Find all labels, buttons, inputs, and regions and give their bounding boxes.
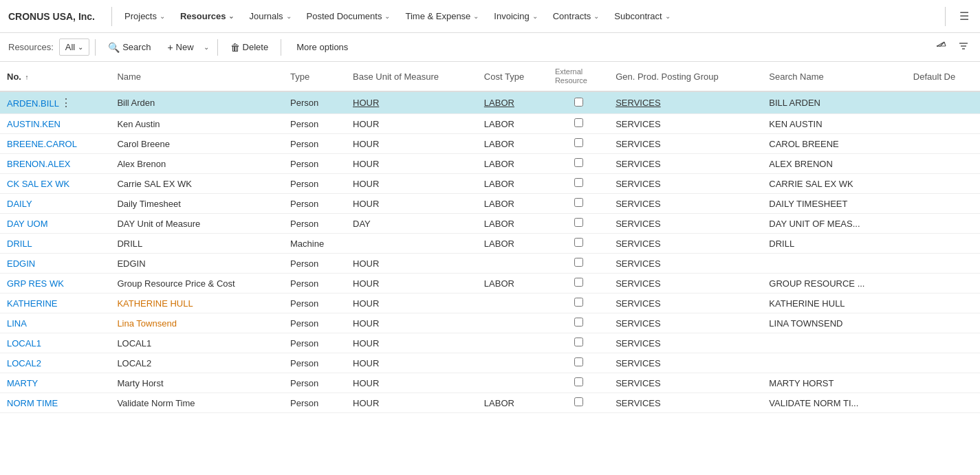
table-row[interactable]: LOCAL1LOCAL1PersonHOURSERVICES (0, 333, 980, 353)
external-resource-checkbox[interactable] (574, 198, 583, 207)
external-resource-checkbox[interactable] (574, 178, 583, 187)
filter-all-button[interactable]: All ⌄ (59, 38, 89, 56)
col-header-cost-type[interactable]: Cost Type (477, 62, 548, 91)
resource-no-link[interactable]: AUSTIN.KEN (7, 119, 61, 129)
external-resource-checkbox[interactable] (574, 377, 583, 386)
table-row[interactable]: ARDEN.BILL⋮Bill ArdenPersonHOURLABORSERV… (0, 91, 980, 114)
nav-item-subcontract[interactable]: Subcontract ⌄ (607, 7, 677, 25)
cell-external-resource[interactable] (548, 114, 609, 134)
nav-item-projects[interactable]: Projects ⌄ (118, 7, 172, 25)
cell-external-resource[interactable] (548, 194, 609, 214)
cell-no[interactable]: EDGIN (0, 254, 110, 274)
resource-no-link[interactable]: LOCAL2 (7, 358, 41, 368)
cell-no[interactable]: LINA (0, 313, 110, 333)
resource-no-link[interactable]: DAILY (7, 199, 32, 209)
resource-no-link[interactable]: KATHERINE (7, 298, 57, 309)
row-context-menu-icon[interactable]: ⋮ (59, 97, 73, 109)
external-resource-checkbox[interactable] (574, 98, 583, 107)
table-row[interactable]: DAILYDaily TimesheetPersonHOURLABORSERVI… (0, 194, 980, 214)
cell-external-resource[interactable] (548, 254, 609, 274)
table-row[interactable]: BREENE.CAROLCarol BreenePersonHOURLABORS… (0, 134, 980, 154)
cell-external-resource[interactable] (548, 333, 609, 353)
table-row[interactable]: DRILLDRILLMachineLABORSERVICESDRILL (0, 234, 980, 254)
table-row[interactable]: NORM TIMEValidate Norm TimePersonHOURLAB… (0, 393, 980, 413)
cell-no[interactable]: LOCAL2 (0, 353, 110, 373)
filter-button[interactable] (955, 38, 972, 57)
col-header-default-de[interactable]: Default De (906, 62, 980, 91)
search-button[interactable]: 🔍 Search (101, 39, 157, 56)
share-button[interactable] (933, 38, 950, 57)
table-row[interactable]: MARTYMarty HorstPersonHOURSERVICESMARTY … (0, 373, 980, 393)
resource-no-link[interactable]: DRILL (7, 239, 32, 249)
cell-no[interactable]: LOCAL1 (0, 333, 110, 353)
table-row[interactable]: BRENON.ALEXAlex BrenonPersonHOURLABORSER… (0, 154, 980, 174)
new-button[interactable]: + New (160, 39, 200, 56)
more-options-button[interactable]: More options (290, 39, 355, 55)
delete-button[interactable]: 🗑 Delete (224, 39, 276, 56)
cell-external-resource[interactable] (548, 313, 609, 333)
resource-no-link[interactable]: CK SAL EX WK (7, 179, 69, 189)
external-resource-checkbox[interactable] (574, 118, 583, 127)
nav-item-time-expense[interactable]: Time & Expense ⌄ (398, 7, 486, 25)
external-resource-checkbox[interactable] (574, 138, 583, 147)
cell-external-resource[interactable] (548, 234, 609, 254)
cell-no[interactable]: MARTY (0, 373, 110, 393)
resource-no-link[interactable]: NORM TIME (7, 398, 58, 408)
cell-no[interactable]: GRP RES WK (0, 274, 110, 294)
table-row[interactable]: LOCAL2LOCAL2PersonHOURSERVICES (0, 353, 980, 373)
table-row[interactable]: CK SAL EX WKCarrie SAL EX WKPersonHOURLA… (0, 174, 980, 194)
col-header-external-resource[interactable]: ExternalResource (548, 62, 609, 91)
nav-item-invoicing[interactable]: Invoicing ⌄ (487, 7, 544, 25)
cell-no[interactable]: ARDEN.BILL⋮ (0, 91, 110, 114)
col-header-search-name[interactable]: Search Name (762, 62, 906, 91)
col-header-gen-prod-posting[interactable]: Gen. Prod. Posting Group (609, 62, 762, 91)
cell-external-resource[interactable] (548, 353, 609, 373)
table-row[interactable]: AUSTIN.KENKen AustinPersonHOURLABORSERVI… (0, 114, 980, 134)
external-resource-checkbox[interactable] (574, 397, 583, 406)
resource-no-link[interactable]: ARDEN.BILL (7, 98, 59, 109)
col-header-type[interactable]: Type (283, 62, 346, 91)
col-header-name[interactable]: Name (110, 62, 283, 91)
cell-external-resource[interactable] (548, 134, 609, 154)
table-row[interactable]: EDGINEDGINPersonHOURSERVICES (0, 254, 980, 274)
table-row[interactable]: DAY UOMDAY Unit of MeasurePersonDAYLABOR… (0, 214, 980, 234)
external-resource-checkbox[interactable] (574, 318, 583, 327)
external-resource-checkbox[interactable] (574, 338, 583, 346)
cell-external-resource[interactable] (548, 373, 609, 393)
resource-no-link[interactable]: GRP RES WK (7, 278, 64, 289)
table-row[interactable]: GRP RES WKGroup Resource Price & CostPer… (0, 274, 980, 294)
cell-no[interactable]: CK SAL EX WK (0, 174, 110, 194)
cell-no[interactable]: DAILY (0, 194, 110, 214)
cell-no[interactable]: DRILL (0, 234, 110, 254)
resource-no-link[interactable]: DAY UOM (7, 219, 47, 229)
nav-item-posted-documents[interactable]: Posted Documents ⌄ (300, 7, 398, 25)
nav-item-resources[interactable]: Resources ⌄ (173, 7, 241, 25)
external-resource-checkbox[interactable] (574, 238, 583, 247)
cell-external-resource[interactable] (548, 393, 609, 413)
resource-no-link[interactable]: LINA (7, 318, 27, 329)
external-resource-checkbox[interactable] (574, 278, 583, 287)
cell-no[interactable]: NORM TIME (0, 393, 110, 413)
cell-external-resource[interactable] (548, 274, 609, 294)
external-resource-checkbox[interactable] (574, 158, 583, 167)
hamburger-button[interactable]: ☰ (957, 7, 972, 25)
table-row[interactable]: KATHERINEKATHERINE HULLPersonHOURSERVICE… (0, 294, 980, 313)
col-header-no[interactable]: No. ↑ (0, 62, 110, 91)
resource-no-link[interactable]: MARTY (7, 378, 38, 388)
cell-no[interactable]: AUSTIN.KEN (0, 114, 110, 134)
col-header-base-uom[interactable]: Base Unit of Measure (346, 62, 477, 91)
cell-no[interactable]: BRENON.ALEX (0, 154, 110, 174)
cell-external-resource[interactable] (548, 174, 609, 194)
external-resource-checkbox[interactable] (574, 298, 583, 307)
external-resource-checkbox[interactable] (574, 357, 583, 366)
nav-item-journals[interactable]: Journals ⌄ (242, 7, 298, 25)
cell-no[interactable]: BREENE.CAROL (0, 134, 110, 154)
cell-external-resource[interactable] (548, 214, 609, 234)
new-dropdown-button[interactable]: ⌄ (201, 41, 212, 54)
external-resource-checkbox[interactable] (574, 258, 583, 267)
resource-no-link[interactable]: EDGIN (7, 258, 35, 269)
cell-external-resource[interactable] (548, 91, 609, 114)
table-row[interactable]: LINALina TownsendPersonHOURSERVICESLINA … (0, 313, 980, 333)
nav-item-contracts[interactable]: Contracts ⌄ (546, 7, 607, 25)
resource-no-link[interactable]: LOCAL1 (7, 338, 41, 349)
